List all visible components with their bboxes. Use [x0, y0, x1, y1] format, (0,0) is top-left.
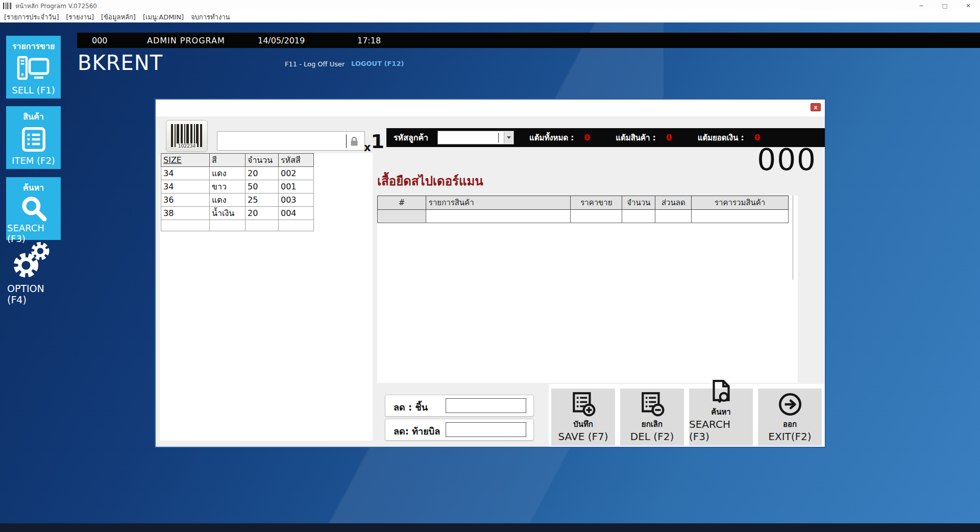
discount-bill-input[interactable]: [446, 422, 526, 437]
header-time: 17:18: [357, 36, 381, 45]
cell-color[interactable]: ขาว: [210, 180, 246, 194]
quantity-multiplier: x1: [364, 130, 384, 154]
col-discount[interactable]: ส่วนลด: [655, 196, 692, 210]
exit-arrow-icon: [776, 391, 804, 420]
menubar: [รายการประจำวัน] [รายงาน] [ข้อมูลหลัก] […: [0, 11, 980, 22]
maximize-button[interactable]: □: [933, 0, 957, 11]
delete-thai-label: ยกเลิก: [642, 418, 663, 430]
cell-qty[interactable]: 20: [246, 207, 279, 220]
col-qty[interactable]: จำนวน: [622, 196, 655, 210]
file-search-icon: [707, 378, 735, 408]
sell-label: SELL (F1): [12, 85, 55, 95]
size-col-header[interactable]: SIZE: [161, 154, 210, 167]
item-thai-label: สินค้า: [23, 110, 43, 123]
exit-thai-label: ออก: [783, 418, 797, 430]
sale-dialog: x 102234 x1 รหัสลูกค้า: [155, 99, 826, 448]
code-col-header[interactable]: รหัสสี: [279, 154, 314, 167]
taskbar[interactable]: [0, 523, 980, 532]
save-button[interactable]: บันทึก SAVE (F7): [551, 389, 615, 446]
discount-bill-group: ลด: ท้ายบิล: [385, 419, 534, 441]
qty-col-header[interactable]: จำนวน: [246, 154, 279, 167]
cell-size[interactable]: 34: [161, 180, 210, 194]
logout-link[interactable]: LOGOUT (F12): [351, 60, 404, 67]
save-label: SAVE (F7): [558, 430, 608, 443]
brand-logo: BKRENT: [78, 51, 163, 75]
size-row[interactable]: 36 แดง 25 003: [161, 194, 314, 207]
cell-code[interactable]: 003: [279, 194, 314, 207]
points-money-value: 0: [744, 133, 771, 142]
save-thai-label: บันทึก: [573, 418, 593, 430]
cell-color[interactable]: น้ำเงิน: [210, 207, 246, 220]
customer-code-label: รหัสลูกค้า: [394, 131, 428, 144]
points-total-value: 0: [574, 133, 600, 142]
menu-exit[interactable]: จบการทำงาน: [191, 12, 230, 22]
col-price[interactable]: ราคาขาย: [571, 196, 622, 210]
sale-items-table[interactable]: # รายการสินค้า ราคาขาย จำนวน ส่วนลด ราคา…: [377, 196, 789, 223]
bill-counter: 000: [757, 142, 817, 177]
size-row-empty[interactable]: [161, 220, 314, 231]
delete-button[interactable]: ยกเลิก DEL (F2): [620, 389, 684, 446]
col-number[interactable]: #: [378, 196, 426, 210]
magnifier-icon: [19, 194, 48, 223]
menu-daily[interactable]: [รายการประจำวัน]: [4, 12, 59, 22]
screen: หน้าหลัก Program V.072560 − □ ✕ [รายการป…: [0, 0, 980, 532]
app-barcode-icon: [3, 3, 11, 9]
search-thai-label: ค้นหา: [23, 181, 44, 194]
customer-code-combobox[interactable]: [437, 131, 514, 144]
computer-icon: [17, 53, 51, 85]
points-item-value: 0: [656, 133, 682, 142]
exit-label: EXIT(F2): [768, 430, 811, 443]
menu-admin[interactable]: [เมนู:ADMIN]: [143, 12, 184, 22]
item-row-empty[interactable]: [378, 210, 789, 223]
cell-qty[interactable]: 20: [246, 167, 279, 180]
combo-dropdown-button[interactable]: [504, 132, 513, 143]
dialog-close-button[interactable]: x: [811, 103, 821, 111]
cell-color[interactable]: [210, 220, 246, 231]
cell-code[interactable]: [279, 220, 314, 231]
cell-code[interactable]: 004: [279, 207, 314, 220]
cell-color[interactable]: แดง: [210, 194, 246, 207]
size-table[interactable]: SIZE สี จำนวน รหัสสี 34 แดง 20 002: [161, 153, 314, 231]
size-row[interactable]: 34 แดง 20 002: [161, 167, 314, 180]
chevron-down-icon: [507, 136, 511, 139]
minimize-button[interactable]: −: [910, 0, 933, 11]
search-button-label: SEARCH (F3): [689, 418, 753, 443]
color-col-header[interactable]: สี: [210, 154, 246, 167]
cell-code[interactable]: 001: [279, 180, 314, 194]
cell-qty[interactable]: [246, 220, 279, 231]
sidebar-item-item[interactable]: สินค้า ITEM (F2): [6, 106, 61, 169]
cell-size[interactable]: 38: [161, 207, 210, 220]
col-product[interactable]: รายการสินค้า: [426, 196, 571, 210]
barcode-button[interactable]: 102234: [166, 120, 208, 152]
cell-code[interactable]: 002: [279, 167, 314, 180]
text-caret: [498, 133, 499, 142]
cell-color[interactable]: แดง: [210, 167, 246, 180]
list-icon: [20, 123, 47, 155]
exit-button[interactable]: ออก EXIT(F2): [758, 389, 822, 446]
sidebar-item-option[interactable]: OPTION (F4): [6, 242, 61, 308]
search-button[interactable]: ค้นหา SEARCH (F3): [689, 389, 753, 446]
size-row[interactable]: 34 ขาว 50 001: [161, 180, 314, 194]
size-list-panel: SIZE สี จำนวน รหัสสี 34 แดง 20 002: [160, 153, 373, 441]
cell-size[interactable]: [161, 220, 210, 231]
menu-masterdata[interactable]: [ข้อมูลหลัก]: [101, 12, 136, 22]
cell-qty[interactable]: 25: [246, 194, 279, 207]
item-label: ITEM (F2): [12, 155, 55, 166]
scan-input[interactable]: [217, 131, 365, 151]
menu-report[interactable]: [รายงาน]: [66, 12, 94, 22]
discount-piece-label: ลด : ชิ้น: [394, 400, 428, 415]
discount-piece-input[interactable]: [446, 398, 526, 413]
sidebar-item-sell[interactable]: รายการขาย SELL (F1): [6, 36, 61, 99]
size-row[interactable]: 38 น้ำเงิน 20 004: [161, 207, 314, 220]
save-plus-icon: [570, 391, 597, 420]
text-caret: [346, 134, 347, 148]
sidebar-item-search[interactable]: ค้นหา SEARCH (F3): [6, 177, 61, 240]
sale-items-grid: # รายการสินค้า ราคาขาย จำนวน ส่วนลด ราคา…: [377, 196, 798, 383]
barcode-number: 102234: [177, 143, 197, 149]
cell-size[interactable]: 36: [161, 194, 210, 207]
col-total[interactable]: ราคารวมสินค้า: [692, 196, 789, 210]
product-name: เสื้อยืดสไปเดอร์แมน: [377, 171, 483, 191]
cell-size[interactable]: 34: [161, 167, 210, 180]
close-button[interactable]: ✕: [957, 0, 980, 11]
cell-qty[interactable]: 50: [246, 180, 279, 194]
